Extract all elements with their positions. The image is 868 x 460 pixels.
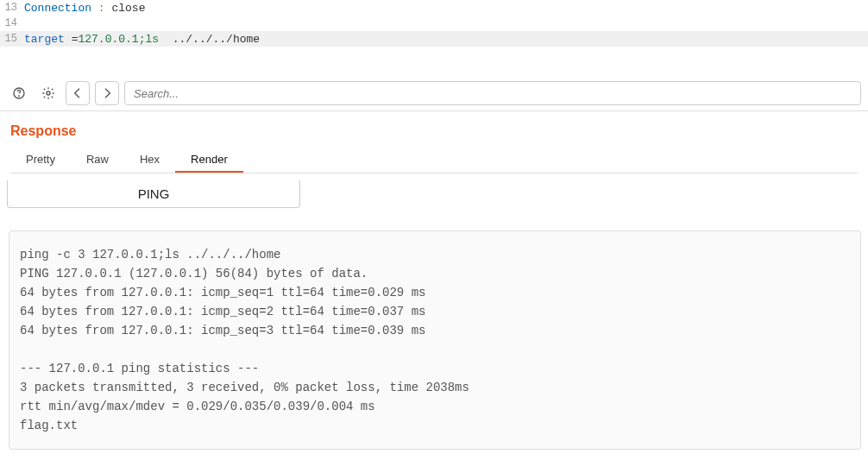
request-editor[interactable]: 13Connection : close1415target =127.0.0.… (0, 0, 868, 47)
gear-icon[interactable] (36, 81, 60, 105)
code-line[interactable]: 13Connection : close (0, 0, 868, 16)
toolbar (0, 76, 868, 111)
tab-raw[interactable]: Raw (71, 148, 124, 173)
response-title: Response (10, 123, 858, 139)
code-line[interactable]: 14 (0, 16, 868, 31)
line-number: 14 (0, 17, 21, 29)
tab-pretty[interactable]: Pretty (10, 148, 71, 173)
search-input[interactable] (124, 81, 861, 105)
line-number: 15 (0, 33, 21, 45)
ping-label: PING (138, 186, 170, 201)
code-line[interactable]: 15target =127.0.0.1;ls ../../../home (0, 31, 868, 47)
back-button[interactable] (66, 81, 90, 105)
tab-hex[interactable]: Hex (124, 148, 175, 173)
response-section: Response PrettyRawHexRender (0, 111, 868, 180)
line-content[interactable]: target =127.0.0.1;ls ../../../home (21, 33, 260, 46)
ping-label-box: PING (7, 180, 300, 208)
line-number: 13 (0, 2, 21, 14)
line-content[interactable]: Connection : close (21, 2, 145, 15)
svg-point-1 (19, 96, 20, 97)
response-output[interactable]: ping -c 3 127.0.0.1;ls ../../../home PIN… (9, 230, 861, 450)
response-tabs: PrettyRawHexRender (10, 148, 858, 173)
tab-render[interactable]: Render (175, 148, 243, 173)
forward-button[interactable] (95, 81, 119, 105)
help-icon[interactable] (7, 81, 31, 105)
svg-point-2 (47, 91, 50, 95)
